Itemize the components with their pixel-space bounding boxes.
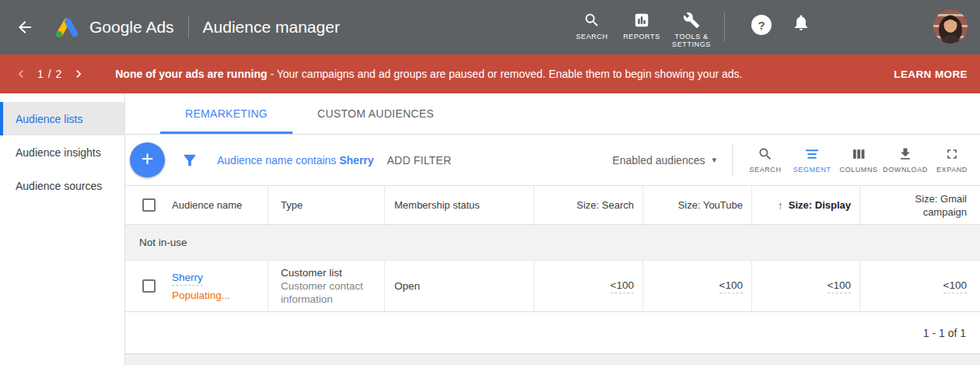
group-label: Not in-use bbox=[139, 237, 187, 248]
back-button[interactable] bbox=[14, 16, 36, 38]
toolbar-action-label: EXPAND bbox=[936, 166, 968, 174]
nav-reports-button[interactable]: REPORTS bbox=[617, 12, 667, 40]
arrow-left-icon bbox=[16, 18, 34, 37]
audience-name-cell: Sherry Populating... bbox=[125, 261, 268, 311]
sort-ascending-icon: ↑ bbox=[778, 199, 783, 212]
filter-chip-value: Sherry bbox=[339, 154, 373, 167]
filter-funnel-icon[interactable] bbox=[181, 152, 198, 169]
type-secondary: Customer contact information bbox=[281, 279, 376, 306]
banner-next-button[interactable] bbox=[68, 64, 89, 84]
column-size-gmail[interactable]: Size: Gmail campaign bbox=[860, 186, 980, 224]
topbar-icons-divider bbox=[724, 12, 725, 42]
toolbar-action-download[interactable]: DOWNLOAD bbox=[882, 146, 929, 174]
chevron-right-icon bbox=[71, 66, 86, 82]
size-display-value: <100 bbox=[828, 279, 851, 293]
toolbar-action-label: SEARCH bbox=[749, 166, 781, 174]
sidebar-item-label: Audience sources bbox=[16, 180, 102, 192]
type-cell: Customer list Customer contact informati… bbox=[268, 261, 385, 311]
type-primary: Customer list bbox=[281, 266, 376, 279]
nav-search-label: SEARCH bbox=[576, 33, 607, 40]
filter-chip[interactable]: Audience name contains Sherry bbox=[217, 154, 374, 167]
tab-custom-audiences[interactable]: CUSTOM AUDIENCES bbox=[292, 93, 459, 134]
size-search-cell: <100 bbox=[534, 261, 643, 311]
wrench-icon bbox=[683, 12, 700, 29]
content: Audience lists Audience insights Audienc… bbox=[0, 93, 980, 365]
help-button[interactable]: ? bbox=[751, 15, 772, 35]
audience-state-dropdown-value: Enabled audiences bbox=[612, 154, 705, 167]
populating-status: Populating... bbox=[172, 290, 230, 301]
column-size-search[interactable]: Size: Search bbox=[534, 186, 643, 224]
select-all-checkbox[interactable] bbox=[142, 198, 156, 212]
group-row-not-in-use: Not in-use bbox=[125, 225, 980, 261]
bottom-filler bbox=[125, 354, 980, 365]
audience-name-link[interactable]: Sherry bbox=[172, 272, 203, 286]
caret-down-icon: ▾ bbox=[712, 155, 716, 165]
nav-tools-settings-button[interactable]: TOOLS & SETTINGS bbox=[667, 12, 716, 48]
banner-pagination: 1 / 2 bbox=[37, 68, 62, 80]
toolbar-action-label: COLUMNS bbox=[839, 166, 877, 174]
sidebar-item-audience-insights[interactable]: Audience insights bbox=[0, 135, 124, 169]
main-panel: REMARKETING CUSTOM AUDIENCES + Audience … bbox=[125, 93, 980, 365]
column-label: Size: Gmail campaign bbox=[903, 192, 967, 219]
toolbar-divider bbox=[732, 144, 733, 177]
banner-message-rest: - Your campaigns and ad groups are pause… bbox=[268, 68, 743, 80]
toolbar-action-expand[interactable]: EXPAND bbox=[929, 146, 975, 174]
tab-bar: REMARKETING CUSTOM AUDIENCES bbox=[125, 93, 980, 135]
toolbar-action-label: SEGMENT bbox=[793, 166, 831, 174]
size-search-value: <100 bbox=[611, 279, 634, 293]
learn-more-link[interactable]: LEARN MORE bbox=[894, 68, 968, 80]
bar-chart-icon bbox=[633, 12, 650, 29]
sidebar-item-label: Audience lists bbox=[16, 113, 82, 125]
column-label: Type bbox=[281, 199, 303, 211]
toolbar: + Audience name contains Sherry ADD FILT… bbox=[125, 135, 980, 185]
size-display-cell: <100 bbox=[752, 261, 860, 311]
topbar-divider bbox=[188, 16, 189, 38]
add-audience-fab[interactable]: + bbox=[130, 142, 165, 177]
membership-status-cell: Open bbox=[385, 261, 534, 311]
column-size-youtube[interactable]: Size: YouTube bbox=[643, 186, 752, 224]
segment-icon bbox=[804, 146, 820, 162]
chevron-left-icon bbox=[13, 66, 29, 82]
plus-icon: + bbox=[142, 149, 154, 170]
toolbar-action-segment[interactable]: SEGMENT bbox=[789, 146, 835, 174]
row-checkbox[interactable] bbox=[142, 279, 156, 293]
product-name: Google Ads bbox=[89, 18, 174, 37]
table-header: Audience name Type Membership status Siz… bbox=[125, 185, 980, 225]
toolbar-action-columns[interactable]: COLUMNS bbox=[835, 146, 882, 174]
columns-icon bbox=[851, 146, 866, 162]
toolbar-action-label: DOWNLOAD bbox=[883, 166, 928, 174]
membership-status-value: Open bbox=[394, 280, 420, 292]
table-row: Sherry Populating... Customer list Custo… bbox=[125, 261, 980, 312]
column-label: Size: Search bbox=[576, 199, 634, 211]
column-type: Type bbox=[268, 186, 385, 224]
nav-search-button[interactable]: SEARCH bbox=[567, 12, 617, 40]
tab-label: CUSTOM AUDIENCES bbox=[317, 107, 434, 120]
column-size-display-sorted[interactable]: ↑ Size: Display bbox=[752, 186, 860, 224]
add-filter-button[interactable]: ADD FILTER bbox=[387, 154, 452, 167]
sidebar-item-audience-lists[interactable]: Audience lists bbox=[0, 102, 124, 135]
search-icon bbox=[583, 12, 600, 29]
filter-chip-prefix: Audience name contains bbox=[217, 154, 339, 167]
size-youtube-value: <100 bbox=[719, 279, 743, 293]
banner-prev-button[interactable] bbox=[11, 64, 31, 84]
google-ads-logo-icon bbox=[54, 16, 80, 39]
sidebar: Audience lists Audience insights Audienc… bbox=[0, 93, 125, 365]
tab-label: REMARKETING bbox=[185, 107, 268, 120]
notifications-button[interactable] bbox=[792, 13, 810, 35]
column-audience-name: Audience name bbox=[125, 186, 268, 224]
page-title: Audience manager bbox=[203, 18, 340, 37]
notice-banner: 1 / 2 None of your ads are running - You… bbox=[0, 54, 980, 93]
size-gmail-value: <100 bbox=[943, 279, 967, 293]
search-icon bbox=[758, 146, 773, 162]
sidebar-item-label: Audience insights bbox=[16, 146, 101, 159]
pagination-label: 1 - 1 of 1 bbox=[923, 327, 966, 339]
avatar[interactable] bbox=[933, 9, 968, 44]
size-gmail-cell: <100 bbox=[860, 261, 980, 311]
sidebar-item-audience-sources[interactable]: Audience sources bbox=[0, 169, 124, 202]
banner-message: None of your ads are running - Your camp… bbox=[115, 68, 742, 80]
audience-state-dropdown[interactable]: Enabled audiences ▾ bbox=[612, 154, 716, 167]
topbar: Google Ads Audience manager SEARCH REPOR… bbox=[0, 0, 980, 54]
tab-remarketing[interactable]: REMARKETING bbox=[160, 93, 292, 134]
column-label: Size: YouTube bbox=[678, 199, 743, 211]
toolbar-action-search[interactable]: SEARCH bbox=[742, 146, 789, 174]
